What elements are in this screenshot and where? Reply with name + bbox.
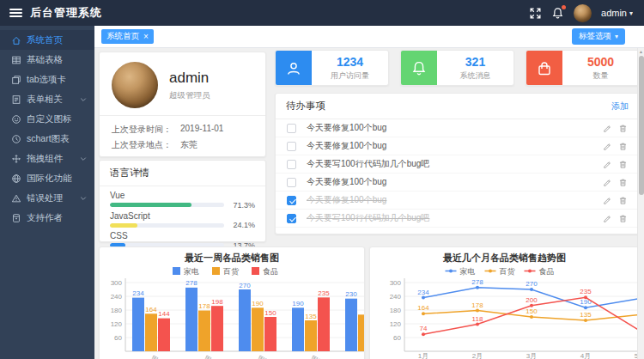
todo-checkbox[interactable] — [287, 160, 296, 169]
avatar[interactable] — [574, 4, 592, 22]
svg-text:180: 180 — [111, 307, 123, 314]
svg-text:最近一周各品类销售图: 最近一周各品类销售图 — [184, 253, 279, 263]
sidebar-item-error[interactable]: 错误处理 — [0, 188, 94, 208]
app-title: 后台管理系统 — [30, 5, 102, 21]
stat-label: 用户访问量 — [331, 70, 369, 82]
header-actions: admin ▾ — [529, 4, 644, 22]
bar-chart-card: 最近一周各品类销售图家电百货食品601201802403002342782701… — [99, 246, 365, 359]
home-icon — [11, 35, 21, 46]
app-window: 后台管理系统 admin ▾ 系统首页基础表格tab选项卡表单相关自定义图标sc… — [0, 0, 644, 359]
sidebar-item-i18n[interactable]: 国际化功能 — [0, 168, 94, 188]
svg-text:180: 180 — [390, 307, 402, 314]
edit-icon[interactable] — [603, 196, 612, 205]
user-menu[interactable]: admin ▾ — [601, 8, 633, 18]
svg-text:135: 135 — [305, 313, 317, 320]
svg-text:234: 234 — [132, 289, 144, 297]
sidebar-item-label: schart图表 — [27, 133, 70, 145]
sidebar-item-schart[interactable]: schart图表 — [0, 129, 94, 149]
edit-icon[interactable] — [603, 124, 612, 133]
sidebar-item-donate[interactable]: 支持作者 — [0, 208, 94, 228]
svg-text:234: 234 — [417, 289, 429, 296]
stat-card-2: 321系统消息 — [400, 50, 514, 86]
svg-text:270: 270 — [526, 280, 538, 288]
todo-add-link[interactable]: 添加 — [611, 100, 629, 113]
svg-text:198: 198 — [211, 298, 223, 306]
stat-card-3: 5000数量 — [526, 50, 640, 86]
chart-icon — [11, 134, 21, 144]
profile-top: admin 超级管理员 — [100, 52, 265, 114]
svg-text:190: 190 — [292, 300, 304, 307]
sidebar-item-drag[interactable]: 拖拽组件 — [0, 149, 94, 168]
svg-text:周三: 周三 — [256, 355, 271, 359]
shopping-bag-icon — [526, 51, 562, 86]
sidebar-item-basetable[interactable]: 基础表格 — [0, 50, 94, 70]
notification-dot — [562, 5, 566, 9]
todo-checkbox[interactable] — [287, 214, 296, 223]
delete-icon[interactable] — [618, 196, 628, 205]
profile-name: admin — [169, 70, 210, 87]
scrollbar-thumb[interactable] — [639, 56, 644, 195]
avatar — [112, 62, 158, 108]
svg-text:200: 200 — [526, 296, 538, 304]
svg-text:食品: 食品 — [263, 267, 278, 276]
profile-rows: 上次登录时间：2019-11-01上次登录地点：东莞 — [100, 122, 265, 153]
hamburger-icon[interactable] — [9, 7, 22, 19]
todo-checkbox[interactable] — [287, 124, 296, 133]
svg-text:百货: 百货 — [222, 267, 240, 276]
todo-checkbox[interactable] — [287, 196, 296, 205]
edit-icon[interactable] — [603, 160, 612, 169]
svg-text:120: 120 — [390, 320, 402, 328]
close-icon[interactable]: × — [143, 33, 149, 41]
chevron-down-icon: ▾ — [615, 33, 618, 40]
chevron-down-icon: ▾ — [629, 9, 633, 17]
svg-text:240: 240 — [390, 293, 402, 301]
language-card-header: 语言详情 — [100, 161, 265, 186]
stat-value: 321 — [465, 55, 485, 69]
delete-icon[interactable] — [618, 214, 628, 223]
delete-icon[interactable] — [618, 178, 628, 187]
svg-text:2月: 2月 — [472, 352, 483, 359]
chevron-down-icon — [80, 96, 87, 103]
todo-text: 今天要写100行代码加几个bug吧 — [307, 212, 429, 224]
todo-checkbox[interactable] — [287, 178, 296, 187]
edit-icon[interactable] — [603, 178, 612, 187]
tab-system-home[interactable]: 系统首页 × — [101, 29, 154, 44]
svg-text:74: 74 — [420, 325, 428, 332]
vertical-scrollbar[interactable]: ▲ — [637, 48, 644, 359]
bell-icon[interactable] — [551, 7, 564, 20]
sidebar-item-label: 系统首页 — [27, 34, 63, 46]
todo-item: 今天要修复100个bug — [276, 119, 639, 137]
delete-icon[interactable] — [618, 160, 628, 169]
tabs-icon — [11, 75, 21, 85]
sidebar-item-form[interactable]: 表单相关 — [0, 89, 94, 109]
delete-icon[interactable] — [618, 124, 628, 133]
todo-header: 待办事项 添加 — [276, 94, 639, 119]
svg-text:190: 190 — [252, 300, 264, 307]
edit-icon[interactable] — [603, 214, 612, 223]
tab-label: 系统首页 — [106, 31, 139, 42]
svg-text:家电: 家电 — [184, 267, 199, 276]
svg-text:118: 118 — [472, 315, 483, 323]
table-icon — [11, 55, 21, 65]
stat-card-1: 1234用户访问量 — [275, 50, 389, 86]
stat-value: 1234 — [337, 55, 363, 69]
language-card: 语言详情 Vue71.3%JavaScript24.1%CSS13.7%HTML… — [99, 160, 266, 242]
tab-options-button[interactable]: 标签选项 ▾ — [572, 28, 625, 45]
progress-percent: 24.1% — [229, 221, 255, 229]
progress-bar — [110, 223, 224, 228]
todo-list: 今天要修复100个bug今天要修复100个bug今天要写100行代码加几个bug… — [276, 119, 639, 228]
sidebar-item-tabs[interactable]: tab选项卡 — [0, 70, 94, 89]
todo-checkbox[interactable] — [287, 142, 296, 151]
fullscreen-icon[interactable] — [529, 7, 542, 20]
scroll-up-icon[interactable]: ▲ — [638, 48, 644, 55]
edit-icon[interactable] — [603, 142, 612, 151]
sidebar-item-custom-icon[interactable]: 自定义图标 — [0, 109, 94, 129]
drag-icon — [11, 154, 21, 164]
svg-text:1月: 1月 — [418, 352, 428, 359]
svg-text:周一: 周一 — [149, 355, 165, 359]
svg-text:278: 278 — [185, 279, 197, 287]
delete-icon[interactable] — [618, 142, 628, 151]
sidebar-item-home[interactable]: 系统首页 — [0, 30, 94, 50]
todo-item: 今天要修复100个bug — [276, 192, 639, 210]
language-name: JavaScript — [110, 211, 255, 222]
